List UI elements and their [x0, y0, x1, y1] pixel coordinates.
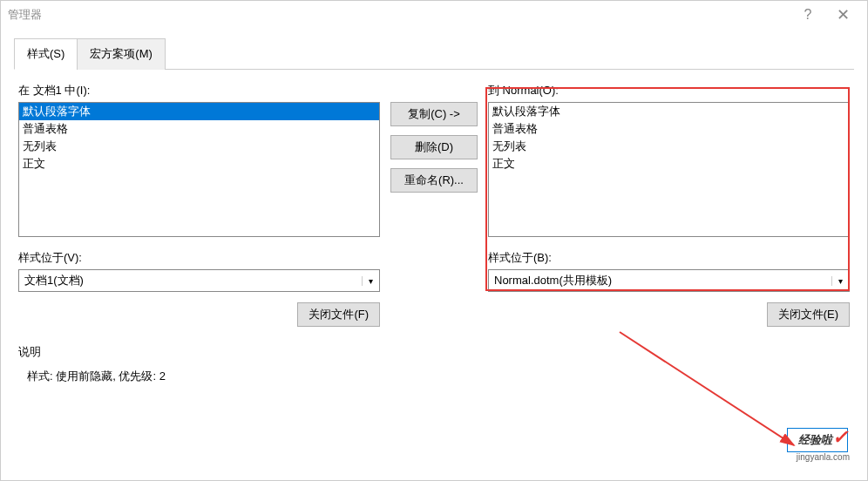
right-list-label: 到 Normal(O): [488, 83, 850, 98]
titlebar: 管理器 ? ✕ [1, 1, 867, 29]
tab-macros[interactable]: 宏方案项(M) [77, 38, 166, 70]
close-file-right-button[interactable]: 关闭文件(E) [767, 302, 850, 327]
list-item[interactable]: 普通表格 [19, 120, 379, 138]
left-panel: 在 文档1 中(I): 默认段落字体 普通表格 无列表 正文 样式位于(V): … [18, 83, 380, 327]
tab-styles[interactable]: 样式(S) [14, 38, 78, 70]
dialog-title: 管理器 [8, 7, 790, 23]
close-button[interactable]: ✕ [825, 5, 860, 24]
left-location-label: 样式位于(V): [18, 250, 380, 266]
tab-bar: 样式(S) 宏方案项(M) [14, 37, 854, 70]
watermark: 经验啦✓ jingyanla.com [797, 428, 850, 463]
right-location-value: Normal.dotm(共用模板) [489, 273, 831, 288]
list-item[interactable]: 普通表格 [489, 120, 849, 138]
description-text: 样式: 使用前隐藏, 优先级: 2 [18, 369, 850, 384]
content-area: 在 文档1 中(I): 默认段落字体 普通表格 无列表 正文 样式位于(V): … [1, 70, 867, 397]
right-location-label: 样式位于(B): [488, 250, 850, 266]
right-location-select[interactable]: Normal.dotm(共用模板) ▾ [488, 269, 850, 292]
left-location-value: 文档1(文档) [19, 273, 362, 288]
check-icon: ✓ [832, 426, 848, 448]
left-location-select[interactable]: 文档1(文档) ▾ [18, 269, 380, 292]
middle-buttons: 复制(C) -> 删除(D) 重命名(R)... [390, 83, 478, 327]
left-listbox[interactable]: 默认段落字体 普通表格 无列表 正文 [18, 102, 380, 237]
list-item[interactable]: 默认段落字体 [19, 103, 379, 120]
right-panel: 到 Normal(O): 默认段落字体 普通表格 无列表 正文 样式位于(B):… [488, 83, 850, 327]
close-file-left-button[interactable]: 关闭文件(F) [297, 302, 380, 327]
list-item[interactable]: 默认段落字体 [489, 103, 849, 120]
list-item[interactable]: 无列表 [489, 138, 849, 155]
right-listbox[interactable]: 默认段落字体 普通表格 无列表 正文 [488, 102, 850, 237]
list-item[interactable]: 正文 [489, 155, 849, 173]
chevron-down-icon: ▾ [362, 276, 379, 286]
rename-button[interactable]: 重命名(R)... [390, 168, 478, 193]
description-label: 说明 [18, 344, 850, 360]
list-item[interactable]: 正文 [19, 155, 379, 173]
help-button[interactable]: ? [790, 7, 825, 23]
organizer-dialog: 管理器 ? ✕ 样式(S) 宏方案项(M) 在 文档1 中(I): 默认段落字体… [0, 0, 868, 481]
copy-button[interactable]: 复制(C) -> [390, 102, 478, 126]
left-list-label: 在 文档1 中(I): [18, 83, 380, 98]
chevron-down-icon: ▾ [831, 276, 849, 286]
list-item[interactable]: 无列表 [19, 138, 379, 155]
delete-button[interactable]: 删除(D) [390, 135, 478, 159]
